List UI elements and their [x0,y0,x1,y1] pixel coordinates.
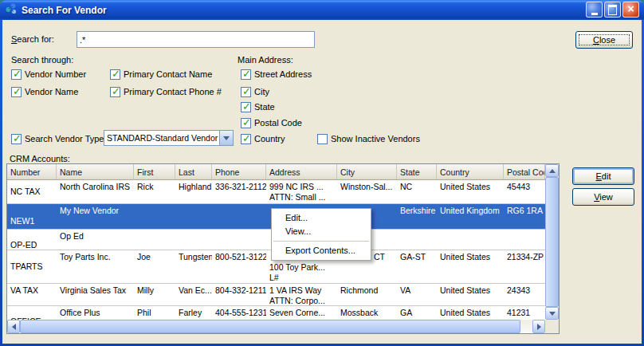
cell-postal-code: 21334-ZP [504,250,545,283]
cell-number: VA TAX [7,284,57,305]
checkbox-primary-contact-phone[interactable]: Primary Contact Phone # [110,86,222,97]
checkbox-street-address[interactable]: Street Address [241,69,312,80]
scroll-right-button[interactable] [532,320,545,333]
checkbox-box [11,69,22,80]
cell-first: Milly [134,284,175,305]
column-header-first[interactable]: First [134,164,175,179]
cell-phone [212,204,266,229]
checkbox-state[interactable]: State [241,101,275,112]
cell-phone: 404-555-1231 [212,306,266,320]
crm-accounts-label: CRM Accounts: [10,154,70,163]
cell-postal-code: 41231 [504,306,545,320]
window-title: Search For Vendor [22,5,107,16]
table-header: NumberNameFirstLastPhoneAddressCityState… [7,164,545,180]
chevron-down-icon[interactable] [219,131,233,145]
cell-city: Richmond [337,284,397,305]
cell-postal-code [504,230,545,250]
vendor-type-select[interactable]: STANDARD-Standard Vendor [104,130,234,146]
table-row[interactable]: NC TAXNorth Carolina IRSRickHighland336-… [7,180,545,204]
scroll-left-button[interactable] [7,320,20,333]
column-header-name[interactable]: Name [57,164,134,179]
checkbox-label: Primary Contact Phone # [124,87,222,96]
cell-phone [212,230,266,250]
vertical-scrollbar-thumb[interactable] [545,177,559,307]
vendor-type-selected-value: STANDARD-Standard Vendor [104,133,219,143]
search-input[interactable] [77,31,315,48]
cell-city: Mossback [337,306,397,320]
cell-first: Joe [134,250,175,283]
cell-country: United States [437,250,504,283]
arrow-down-icon [549,312,556,316]
column-header-last[interactable]: Last [175,164,212,179]
cell-city: Winston-Sal... [337,180,397,203]
titlebar[interactable]: Search For Vendor [0,0,644,20]
checkbox-box [241,102,251,112]
cell-first [134,204,175,229]
cell-number: NEW1 [7,204,57,229]
app-icon [5,2,18,18]
checkbox-city[interactable]: City [241,86,269,97]
cell-first [134,230,175,250]
checkbox-primary-contact-name[interactable]: Primary Contact Name [110,69,212,80]
arrow-right-icon [537,324,541,330]
column-header-address[interactable]: Address [266,164,337,179]
cell-postal-code: 45443 [504,180,545,203]
checkbox-show-inactive-vendors[interactable]: Show Inactive Vendors [317,133,420,144]
cell-number: TPARTS [7,250,57,283]
checkbox-box [241,134,251,144]
checkbox-label: Vendor Name [25,87,78,96]
checkbox-label: Show Inactive Vendors [331,134,420,144]
cell-number: OFFICE [7,306,57,320]
checkbox-label: Search Vendor Type [25,134,104,144]
cell-country: United States [437,306,504,320]
table-row[interactable]: VA TAXVirginia Sales TaxMillyVan Ec...80… [7,284,545,306]
close-button[interactable]: Close [575,31,633,49]
checkbox-box [11,87,22,97]
column-header-number[interactable]: Number [7,164,57,179]
column-header-country[interactable]: Country [437,164,504,179]
close-window-button[interactable] [622,2,639,18]
context-menu-item[interactable]: Edit... [272,211,371,225]
cell-name: Toy Parts Inc. [57,250,134,283]
cell-address: 999 NC IRS ...ATTN: Small ... [266,180,337,203]
table-row[interactable]: OFFICEOffice PlusPhilFarley404-555-1231S… [7,306,545,320]
checkbox-box [110,69,120,80]
context-menu-item[interactable]: View... [272,225,371,238]
horizontal-scrollbar[interactable] [7,320,545,333]
checkbox-box [317,134,328,144]
cell-last [175,230,212,250]
cell-name: North Carolina IRS [57,180,134,203]
cell-last: Farley [175,306,212,320]
context-menu-item[interactable]: Export Contents... [272,244,371,258]
column-header-state[interactable]: State [397,164,437,179]
checkbox-search-vendor-type[interactable]: Search Vendor Type [11,133,104,144]
column-header-phone[interactable]: Phone [212,164,266,179]
checkbox-box [241,118,251,128]
column-header-city[interactable]: City [337,164,397,179]
scroll-up-button[interactable] [545,164,559,177]
scroll-down-button[interactable] [545,307,559,320]
checkbox-label: Street Address [254,69,312,79]
dialog-window: Search For Vendor Search for: Close Sear… [0,0,644,346]
view-button[interactable]: View [572,188,634,206]
maximize-button[interactable] [604,2,621,18]
column-header-postal-code[interactable]: Postal Code [504,164,545,179]
checkbox-vendor-name[interactable]: Vendor Name [11,86,78,97]
horizontal-scrollbar-thumb[interactable] [20,320,520,333]
cell-name: Op Ed [57,230,134,250]
cell-state: NC [397,180,437,203]
minimize-button[interactable] [586,2,603,18]
main-address-label: Main Address: [238,55,293,65]
cell-country: United States [437,284,504,305]
cell-number: NC TAX [7,180,57,203]
vertical-scrollbar[interactable] [545,164,559,320]
checkbox-vendor-number[interactable]: Vendor Number [11,69,86,80]
checkbox-postal-code[interactable]: Postal Code [241,117,302,128]
cell-first: Rick [134,180,175,203]
edit-button[interactable]: Edit [572,167,634,185]
cell-phone: 800-521-3122 [212,250,266,283]
checkbox-box [241,87,251,97]
checkbox-label: City [254,87,269,96]
close-button-label: Close [593,35,615,45]
checkbox-country[interactable]: Country [241,133,285,144]
